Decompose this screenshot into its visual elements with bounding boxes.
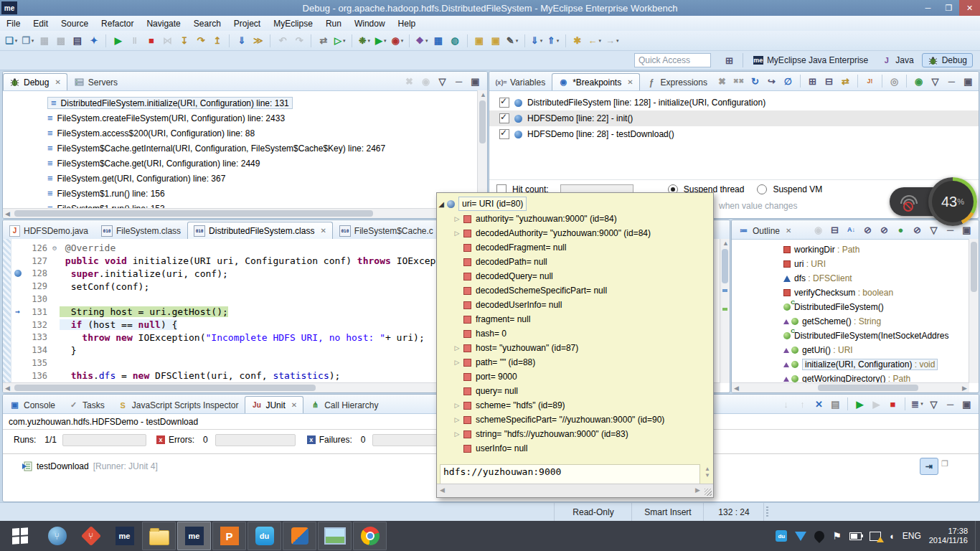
outline-horizontal-scrollbar[interactable]: ◀ ▶ bbox=[732, 382, 969, 392]
stack-frame[interactable]: ≡FileSystem.createFileSystem(URI, Config… bbox=[3, 110, 487, 126]
outline-item[interactable]: initialize(URI, Configuration) : void bbox=[732, 357, 979, 372]
minimize-button[interactable]: ─ bbox=[453, 75, 465, 88]
suspend-vm-radio[interactable] bbox=[757, 184, 767, 194]
taskbar-sourcetree-button[interactable]: ⑂ bbox=[41, 522, 73, 550]
expand-icon[interactable]: ▷ bbox=[453, 430, 461, 438]
maximize-button[interactable]: ▣ bbox=[961, 223, 973, 236]
restore-view-button[interactable]: ❐ bbox=[941, 459, 948, 468]
variable-row[interactable]: ▷string= "hdfs://yuzhouwan:9000" (id=83) bbox=[437, 427, 713, 441]
open-perspective-button[interactable]: ⊞ bbox=[723, 54, 735, 67]
step-return-button[interactable]: ↥ bbox=[211, 34, 223, 47]
variable-row[interactable]: userInfo= null bbox=[437, 441, 713, 456]
forward-button[interactable]: →▾ bbox=[606, 34, 619, 47]
failures-only-button[interactable]: ✕ bbox=[813, 397, 825, 410]
rerun-test-button[interactable]: ▶ bbox=[854, 397, 866, 410]
collapse-icon[interactable]: ◢ bbox=[437, 200, 446, 208]
menu-refactor[interactable]: Refactor bbox=[95, 17, 140, 30]
expand-icon[interactable]: ▷ bbox=[453, 402, 461, 409]
scroll-lock-button[interactable]: ▤ bbox=[829, 397, 842, 410]
popup-scroll-strip[interactable]: ◀ ▶ bbox=[437, 484, 713, 497]
suspend-button[interactable]: ‖ bbox=[128, 34, 141, 47]
outline-vertical-scrollbar[interactable] bbox=[969, 239, 979, 383]
run-on-server-button[interactable]: ▷▾ bbox=[334, 34, 346, 47]
tab-distributedfilesystem-class[interactable]: 010DistributedFileSystem.class✕ bbox=[187, 222, 333, 239]
variable-row[interactable]: port= 9000 bbox=[437, 369, 713, 384]
taskbar-powerdesigner-button[interactable]: P bbox=[212, 522, 246, 550]
variable-row[interactable]: ▷host= "yuzhouwan" (id=87) bbox=[437, 341, 713, 355]
debug-perspective-button[interactable]: Debug bbox=[922, 53, 973, 67]
tab-console[interactable]: ▣Console bbox=[3, 396, 62, 413]
drop-to-frame-button[interactable]: ⇓ bbox=[235, 34, 248, 47]
matrix-view-button[interactable]: ▦ bbox=[433, 34, 445, 47]
new-wizard-button[interactable]: ❐▾ bbox=[22, 34, 34, 47]
taskbar-myeclipse-pinned-button[interactable]: me bbox=[108, 522, 141, 550]
maximize-button[interactable]: ▣ bbox=[962, 75, 974, 88]
variable-row[interactable]: decodedPath= null bbox=[437, 255, 713, 269]
menu-source[interactable]: Source bbox=[55, 17, 95, 30]
open-folder-button[interactable]: ▣ bbox=[490, 34, 502, 47]
breakpoint-checkbox[interactable] bbox=[499, 129, 509, 139]
undo-button[interactable]: ↶ bbox=[276, 34, 288, 47]
variable-row[interactable]: ▷schemeSpecificPart= "//yuzhouwan:9000" … bbox=[437, 413, 713, 427]
taskbar-chrome-button[interactable] bbox=[353, 522, 387, 550]
popup-root-row[interactable]: ◢ uri= URI (id=80) bbox=[437, 196, 713, 212]
start-button[interactable] bbox=[0, 521, 40, 551]
expand-icon[interactable]: ▷ bbox=[453, 230, 461, 237]
taskbar-git-button[interactable]: ⑂ bbox=[75, 522, 107, 550]
tab-tasks[interactable]: ✓Tasks bbox=[62, 396, 111, 413]
new-button[interactable]: ❏▾ bbox=[5, 34, 17, 47]
menu-myeclipse[interactable]: MyEclipse bbox=[267, 17, 319, 30]
menu-search[interactable]: Search bbox=[187, 17, 227, 30]
use-step-filters-button[interactable]: ≫ bbox=[252, 34, 264, 47]
taskbar-clock[interactable]: 17:382014/11/16 bbox=[929, 527, 968, 545]
battery-gauge[interactable]: 43% bbox=[928, 177, 977, 226]
volume-icon[interactable]: ◖ bbox=[889, 531, 895, 542]
sync-button[interactable]: ↻ bbox=[749, 75, 761, 88]
outline-item[interactable]: workingDir : Path bbox=[732, 242, 979, 257]
show-desktop-button[interactable] bbox=[975, 521, 980, 551]
close-icon[interactable]: ✕ bbox=[291, 401, 297, 409]
stack-frame[interactable]: ≡FileSystem$Cache.getInternal(URI, Confi… bbox=[3, 141, 487, 156]
outline-item[interactable]: DistributedFileSystem() bbox=[732, 300, 979, 314]
view-menu-button[interactable]: ▽ bbox=[436, 75, 448, 88]
variable-row[interactable]: decodedQuery= null bbox=[437, 269, 713, 283]
breakpoint-checkbox[interactable] bbox=[499, 113, 509, 123]
breakpoint-list[interactable]: DistributedFileSystem [line: 128] - init… bbox=[489, 91, 979, 142]
threads-filter-button[interactable]: ◎ bbox=[888, 75, 900, 88]
disconnect-button[interactable]: ⋈ bbox=[161, 34, 174, 47]
menu-navigate[interactable]: Navigate bbox=[140, 17, 187, 30]
focus-button[interactable]: ◉ bbox=[812, 223, 824, 236]
remove-breakpoint-button[interactable]: ✖ bbox=[716, 75, 728, 88]
remove-all-breakpoints-button[interactable]: ✖✖ bbox=[732, 75, 745, 88]
collapse-all-button[interactable]: ⊟ bbox=[829, 223, 841, 236]
sort-button[interactable]: A↓ bbox=[845, 223, 857, 236]
stop-test-button[interactable]: ■ bbox=[887, 397, 899, 410]
popup-value-preview[interactable]: hdfs://yuzhouwan:9000 bbox=[440, 464, 700, 484]
outline-list[interactable]: workingDir : Pathuri : URIdfs : DFSClien… bbox=[732, 240, 979, 386]
tab-expressions[interactable]: ƒExpressions bbox=[640, 73, 714, 90]
stack-frame[interactable]: ≡FileSystem$Cache.get(URI, Configuration… bbox=[3, 156, 487, 171]
minimize-button[interactable]: ─ bbox=[918, 0, 938, 16]
link-with-editor-button[interactable]: ⇄ bbox=[317, 34, 329, 47]
test-history-button[interactable]: ≣▾ bbox=[911, 397, 923, 410]
variable-row[interactable]: fragment= null bbox=[437, 312, 713, 326]
remove-all-terminated-button[interactable]: ✖ bbox=[403, 75, 415, 88]
variable-row[interactable]: ▷decodedAuthority= "yuzhouwan:9000" (id=… bbox=[437, 226, 713, 240]
previous-failed-test-button[interactable]: ↑ bbox=[796, 397, 809, 410]
view-menu-button[interactable]: ▽ bbox=[928, 223, 940, 236]
tab-variables[interactable]: (x)=Variables bbox=[489, 73, 552, 90]
taskbar-photo-viewer-button[interactable] bbox=[318, 522, 352, 550]
expand-icon[interactable]: ▷ bbox=[453, 215, 461, 222]
next-failed-test-button[interactable]: ↓ bbox=[780, 397, 792, 410]
java-perspective-button[interactable]: JJava bbox=[876, 54, 918, 67]
step-over-button[interactable]: ↷ bbox=[194, 34, 207, 47]
designer-button[interactable]: ❖▾ bbox=[415, 34, 428, 47]
maximize-button[interactable]: ▣ bbox=[961, 397, 973, 410]
link-with-debug-button[interactable]: ⇄ bbox=[839, 75, 852, 88]
stack-frame[interactable]: ≡FileSystem.get(URI, Configuration) line… bbox=[3, 171, 487, 186]
taskbar-vmware-button[interactable] bbox=[283, 522, 316, 550]
tab-javascript-scripts-inspector[interactable]: SJavaScript Scripts Inspector bbox=[111, 396, 245, 413]
hide-static-button[interactable]: ⊘ bbox=[878, 223, 890, 236]
security-shield-icon[interactable] bbox=[795, 532, 806, 541]
show-public-only-button[interactable]: ● bbox=[895, 223, 907, 236]
